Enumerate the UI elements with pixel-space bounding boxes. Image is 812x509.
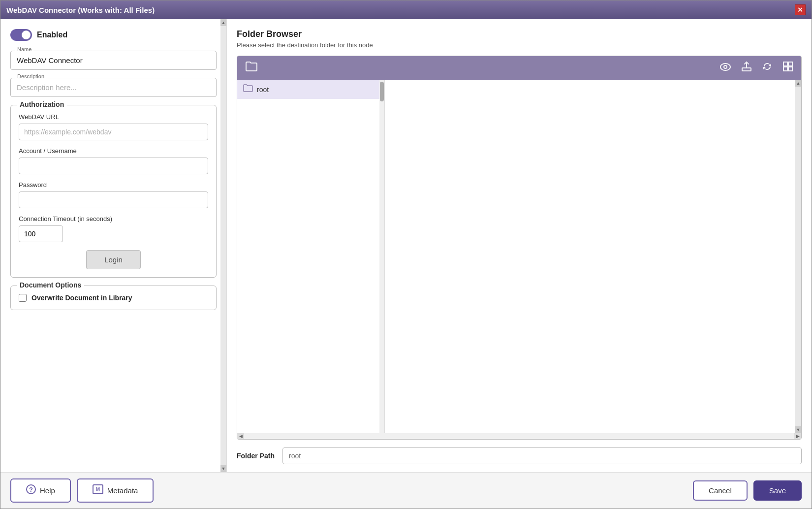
timeout-input[interactable] bbox=[19, 225, 63, 242]
password-label: Password bbox=[19, 181, 208, 189]
browser-detail bbox=[385, 80, 795, 433]
upload-icon[interactable] bbox=[741, 61, 752, 75]
folder-open-icon[interactable] bbox=[245, 61, 258, 75]
description-label: Description bbox=[15, 73, 46, 79]
metadata-icon: M bbox=[93, 484, 103, 497]
overwrite-row: Overwrite Document in Library bbox=[19, 294, 208, 302]
timeout-label: Connection Timeout (in seconds) bbox=[19, 215, 208, 223]
svg-text:?: ? bbox=[29, 486, 33, 493]
browser-right-scrollbar[interactable]: ▲ ▼ bbox=[795, 80, 801, 433]
browser-tree: root bbox=[237, 80, 385, 433]
document-options-section: Document Options Overwrite Document in L… bbox=[10, 286, 217, 310]
metadata-button[interactable]: M Metadata bbox=[77, 478, 154, 503]
svg-rect-5 bbox=[783, 67, 787, 71]
main-content: Enabled Name Description Authorization W… bbox=[0, 19, 812, 472]
left-panel-scrollbar[interactable]: ▲ ▼ bbox=[220, 19, 226, 472]
username-label: Account / Username bbox=[19, 147, 208, 155]
login-button[interactable]: Login bbox=[86, 250, 141, 269]
enabled-toggle[interactable] bbox=[10, 29, 32, 41]
grid-icon[interactable] bbox=[782, 61, 793, 75]
scroll-left-arrow[interactable]: ◀ bbox=[237, 433, 244, 439]
enabled-row: Enabled bbox=[10, 29, 217, 41]
folder-name-root: root bbox=[257, 86, 269, 94]
folder-path-row: Folder Path bbox=[237, 447, 802, 464]
save-button[interactable]: Save bbox=[753, 480, 802, 501]
svg-text:M: M bbox=[96, 487, 100, 492]
overwrite-checkbox[interactable] bbox=[19, 294, 27, 302]
left-panel: Enabled Name Description Authorization W… bbox=[0, 19, 227, 472]
authorization-section: Authorization WebDAV URL Account / Usern… bbox=[10, 105, 217, 278]
folder-browser-subtitle: Please select the destination folder for… bbox=[237, 41, 802, 49]
right-panel: Folder Browser Please select the destina… bbox=[227, 19, 812, 472]
svg-rect-6 bbox=[788, 67, 792, 71]
title-bar: WebDAV Connector (Works with: All Files)… bbox=[0, 0, 812, 19]
folder-item-root[interactable]: root bbox=[237, 80, 384, 99]
enabled-label: Enabled bbox=[37, 31, 67, 39]
name-input[interactable] bbox=[10, 51, 217, 70]
cancel-button[interactable]: Cancel bbox=[693, 480, 748, 501]
svg-rect-2 bbox=[742, 68, 751, 71]
close-button[interactable]: ✕ bbox=[795, 4, 806, 15]
scroll-right-arrow[interactable]: ▶ bbox=[794, 433, 801, 439]
description-field-group: Description bbox=[10, 78, 217, 97]
browser-toolbar bbox=[237, 56, 801, 80]
help-label: Help bbox=[40, 486, 55, 495]
eye-icon[interactable] bbox=[719, 62, 731, 74]
browser-content: root ▲ ▼ bbox=[237, 80, 801, 433]
browser-scroll-up[interactable]: ▲ bbox=[795, 80, 801, 87]
authorization-title: Authorization bbox=[17, 100, 67, 108]
tree-scroll-thumb bbox=[380, 82, 384, 101]
bottom-scroll-track bbox=[244, 433, 794, 439]
metadata-label: Metadata bbox=[107, 486, 138, 495]
help-button[interactable]: ? Help bbox=[10, 478, 71, 503]
svg-point-1 bbox=[724, 65, 727, 68]
folder-icon bbox=[243, 84, 253, 95]
folder-path-label: Folder Path bbox=[237, 452, 275, 460]
description-input[interactable] bbox=[10, 78, 217, 97]
browser-container: root ▲ ▼ bbox=[237, 56, 802, 440]
refresh-icon[interactable] bbox=[762, 61, 773, 75]
scroll-down-arrow[interactable]: ▼ bbox=[220, 465, 226, 472]
cancel-label: Cancel bbox=[709, 486, 732, 495]
name-field-group: Name bbox=[10, 51, 217, 70]
browser-bottom-scrollbar[interactable]: ◀ ▶ bbox=[237, 433, 801, 439]
scroll-track bbox=[221, 26, 226, 465]
svg-point-0 bbox=[720, 64, 730, 70]
window-title: WebDAV Connector (Works with: All Files) bbox=[6, 6, 155, 14]
webdav-url-label: WebDAV URL bbox=[19, 113, 208, 121]
name-label: Name bbox=[15, 46, 33, 52]
password-input[interactable] bbox=[19, 191, 208, 208]
svg-rect-3 bbox=[783, 62, 787, 66]
save-label: Save bbox=[769, 486, 786, 495]
folder-path-input[interactable] bbox=[282, 447, 802, 464]
webdav-url-input[interactable] bbox=[19, 124, 208, 140]
tree-scrollbar[interactable] bbox=[379, 80, 384, 433]
folder-browser-title: Folder Browser bbox=[237, 29, 802, 39]
scroll-up-arrow[interactable]: ▲ bbox=[220, 19, 226, 26]
username-input[interactable] bbox=[19, 158, 208, 174]
browser-scroll-down[interactable]: ▼ bbox=[795, 426, 801, 433]
footer: ? Help M Metadata Cancel Save bbox=[0, 472, 812, 509]
document-options-title: Document Options bbox=[17, 281, 84, 289]
help-icon: ? bbox=[26, 484, 36, 497]
svg-rect-4 bbox=[788, 62, 792, 66]
overwrite-label: Overwrite Document in Library bbox=[31, 294, 132, 302]
